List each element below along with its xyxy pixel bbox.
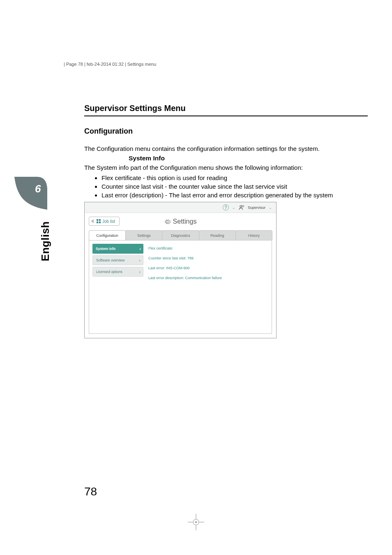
screenshot-body: System info › Software overview › Licens… [89,240,272,334]
language-label: English [39,221,52,261]
sidebar-item-licensed-options[interactable]: Licensed options › [92,267,143,277]
svg-point-1 [242,205,244,207]
tab-diagnostics[interactable]: Diagnostics [162,230,199,240]
screenshot-title-row: Job list Settings [85,213,276,230]
page-number: 78 [84,485,97,498]
chevron-right-icon: › [139,246,141,251]
grid-icon [97,219,101,223]
side-nav: System info › Software overview › Licens… [89,240,143,333]
tab-row: Configuration Settings Diagnostics Readi… [85,230,276,240]
sidebar-item-label: Licensed options [96,270,122,274]
screen-title-text: Settings [173,218,197,225]
svg-rect-2 [97,219,98,221]
screenshot-topbar: ? ⌄ Supervisor ⌄ [85,202,276,213]
gear-icon [164,219,171,225]
side-tab-container: 6 English [14,177,51,261]
bullet-list: Flex certificate - this option is used f… [101,174,368,200]
main-content: Supervisor Settings Menu Configuration T… [84,104,368,338]
tab-configuration[interactable]: Configuration [89,230,126,240]
subsection-title: Configuration [84,127,368,136]
svg-rect-3 [99,219,101,221]
svg-point-0 [240,206,242,208]
detail-row: Flex certificate: [148,246,267,250]
tab-reading[interactable]: Reading [199,230,236,240]
chapter-tab-shape: 6 [14,177,47,210]
chevron-down-icon[interactable]: ⌄ [232,206,235,210]
config-intro: The Configuration menu contains the conf… [84,145,368,153]
svg-point-11 [195,521,197,523]
user-role-label: Supervisor [248,206,265,210]
list-item: Counter since last visit - the counter v… [101,183,368,191]
sidebar-item-label: Software overview [96,258,125,262]
tab-settings[interactable]: Settings [125,230,162,240]
system-info-heading: System Info [129,155,368,162]
help-icon[interactable]: ? [223,204,229,210]
system-info-desc: The System info part of the Configuratio… [84,164,368,172]
user-gear-icon[interactable] [239,205,244,210]
svg-rect-5 [99,222,101,223]
list-item: Last error (description) - The last erro… [101,191,368,199]
chapter-number: 6 [35,183,41,195]
tab-history[interactable]: History [235,230,272,240]
settings-screenshot: ? ⌄ Supervisor ⌄ Job list [84,202,277,338]
chevron-right-icon: › [139,258,141,263]
detail-pane: Flex certificate: Counter since last vis… [143,240,272,333]
registration-mark-icon [188,514,204,530]
screen-title: Settings [164,218,197,225]
joblist-button[interactable]: Job list [89,217,120,226]
joblist-label: Job list [102,219,115,224]
header-info: | Page 78 | feb-24-2014 01:32 | Settings… [64,62,156,67]
detail-row: Counter since last visit: 789 [148,256,267,260]
detail-row: Last error description: Communication fa… [148,276,267,280]
detail-row: Last error: INS-COM-900 [148,266,267,270]
sidebar-item-software-overview[interactable]: Software overview › [92,255,143,265]
chevron-right-icon: › [139,269,141,274]
section-title: Supervisor Settings Menu [84,104,368,116]
sidebar-item-label: System info [96,247,115,251]
list-item: Flex certificate - this option is used f… [101,174,368,182]
sidebar-item-system-info[interactable]: System info › [92,244,143,254]
svg-rect-4 [97,222,98,223]
chevron-down-icon[interactable]: ⌄ [269,206,272,210]
